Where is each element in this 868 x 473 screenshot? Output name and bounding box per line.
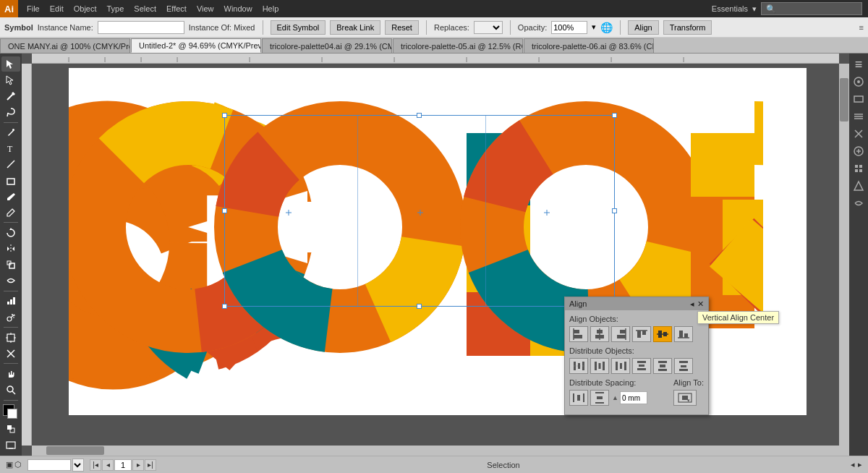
nav-first[interactable]: |◂ xyxy=(90,459,101,471)
distribute-horiz-space-button[interactable] xyxy=(569,390,588,406)
nav-buttons: |◂ ◂ ▸ ▸| xyxy=(90,459,156,471)
vscroll-thumb[interactable] xyxy=(840,78,848,122)
instance-name-label: Instance Name: xyxy=(38,23,93,32)
menu-window[interactable]: Window xyxy=(220,3,257,14)
panel-options-icon[interactable]: ≡ xyxy=(859,23,864,32)
menu-view[interactable]: View xyxy=(192,3,218,14)
fill-stroke-swatches[interactable] xyxy=(1,403,20,421)
tool-artboard[interactable] xyxy=(1,330,20,345)
workspace-selector[interactable]: Essentials xyxy=(712,4,748,13)
align-panel-header[interactable]: Align ◂ ✕ xyxy=(565,297,708,310)
align-right-button[interactable] xyxy=(611,326,630,342)
tool-graph[interactable] xyxy=(1,294,20,309)
panel-close[interactable]: ✕ xyxy=(697,299,704,309)
spacing-value-input[interactable] xyxy=(620,391,647,404)
transform-button[interactable]: Transform xyxy=(663,20,712,35)
opacity-input[interactable] xyxy=(551,21,587,34)
menu-file[interactable]: File xyxy=(22,3,44,14)
align-left-button[interactable] xyxy=(569,326,588,342)
status-icon-right-arrow[interactable]: ▸ xyxy=(858,460,862,469)
nav-prev[interactable]: ◂ xyxy=(102,459,114,471)
tool-screen-mode[interactable] xyxy=(1,438,20,453)
instance-name-input[interactable] xyxy=(98,21,184,34)
replaces-select[interactable] xyxy=(474,21,503,34)
tab-1[interactable]: Untitled-2* @ 94.69% (CMYK/Preview) ✕ xyxy=(131,38,261,53)
right-panel-icon-1[interactable] xyxy=(851,74,867,90)
menu-type[interactable]: Type xyxy=(103,3,129,14)
svg-rect-8 xyxy=(7,179,14,184)
zoom-select[interactable]: ▾ xyxy=(72,459,84,472)
nav-last[interactable]: ▸| xyxy=(145,459,156,471)
menu-object[interactable]: Object xyxy=(69,3,101,14)
status-icon-left-arrow[interactable]: ◂ xyxy=(851,460,855,469)
align-to-button[interactable]: ▾ xyxy=(673,390,697,406)
distribute-right-button[interactable] xyxy=(611,358,630,374)
edit-symbol-button[interactable]: Edit Symbol xyxy=(271,20,326,35)
menu-select[interactable]: Select xyxy=(129,3,161,14)
tool-color-mode[interactable] xyxy=(1,422,20,437)
align-center-vert-button[interactable]: Vertical Align Center xyxy=(653,326,672,342)
menu-edit[interactable]: Edit xyxy=(46,3,68,14)
workspace-dropdown-icon[interactable]: ▾ xyxy=(752,4,757,14)
align-top-button[interactable] xyxy=(632,326,651,342)
tool-scale[interactable] xyxy=(1,257,20,273)
tab-0[interactable]: ONE MANY.ai @ 100% (CMYK/Previ... ✕ xyxy=(0,38,130,53)
svg-rect-128 xyxy=(577,395,580,401)
tool-line[interactable] xyxy=(1,157,20,172)
panel-minimize[interactable]: ◂ xyxy=(690,299,694,309)
canvas-area[interactable]: ||| ||| ||| || xyxy=(22,54,849,456)
opacity-arrow[interactable]: ▾ xyxy=(592,22,596,32)
tool-reflect[interactable] xyxy=(1,241,20,256)
tool-magic-wand[interactable] xyxy=(1,88,20,103)
break-link-button[interactable]: Break Link xyxy=(330,20,380,35)
tool-selection[interactable] xyxy=(1,56,20,72)
tool-paintbrush[interactable] xyxy=(1,189,20,204)
tool-pencil[interactable] xyxy=(1,205,20,220)
tool-rotate[interactable] xyxy=(1,225,20,240)
tool-pen[interactable] xyxy=(1,125,20,140)
right-panel-toggle[interactable]: ≡ xyxy=(851,56,867,72)
menu-effect[interactable]: Effect xyxy=(162,3,191,14)
distribute-bottom-button[interactable] xyxy=(674,358,693,374)
zoom-input[interactable]: 94.69% xyxy=(27,459,71,471)
tool-warp[interactable] xyxy=(1,273,20,289)
hscroll-thumb[interactable] xyxy=(46,446,104,455)
right-panel-icon-3[interactable] xyxy=(851,108,867,124)
tool-zoom[interactable] xyxy=(1,383,20,398)
align-center-horiz-button[interactable] xyxy=(590,326,609,342)
svg-text:|: | xyxy=(104,56,106,62)
horizontal-scrollbar[interactable] xyxy=(32,446,839,456)
align-button[interactable]: Align xyxy=(628,20,658,35)
distribute-left-button[interactable] xyxy=(569,358,588,374)
right-panel-icon-6[interactable] xyxy=(851,161,867,176)
distribute-center-vert-button[interactable] xyxy=(653,358,672,374)
tab-3[interactable]: tricolore-palette-05.ai @ 12.5% (RGB/P..… xyxy=(393,38,523,53)
page-input[interactable] xyxy=(114,459,132,471)
distribute-top-button[interactable] xyxy=(632,358,651,374)
tool-slice[interactable] xyxy=(1,346,20,361)
tool-type[interactable]: T xyxy=(1,141,20,156)
distribute-vert-space-button[interactable] xyxy=(590,390,609,406)
distribute-objects-label: Distribute Objects: xyxy=(569,346,704,355)
tool-lasso[interactable] xyxy=(1,104,20,119)
tab-4[interactable]: tricolore-palette-06.ai @ 83.6% (CMYK/..… xyxy=(524,38,654,53)
right-panel-icon-7[interactable] xyxy=(851,178,867,194)
separator4 xyxy=(620,20,621,35)
distribute-center-horiz-button[interactable] xyxy=(590,358,609,374)
svg-point-21 xyxy=(14,315,15,316)
reset-button[interactable]: Reset xyxy=(385,20,419,35)
right-panel-icon-4[interactable] xyxy=(851,126,867,142)
right-panel-icon-2[interactable] xyxy=(851,91,867,107)
tab-2[interactable]: tricolore-palette04.ai @ 29.1% (CMYK/...… xyxy=(262,38,392,53)
tool-direct-selection[interactable] xyxy=(1,72,20,88)
right-panel-icon-5[interactable] xyxy=(851,143,867,159)
tool-rectangle[interactable] xyxy=(1,173,20,188)
search-input[interactable] xyxy=(761,2,862,15)
align-bottom-button[interactable] xyxy=(674,326,693,342)
vertical-scrollbar[interactable] xyxy=(839,64,849,456)
menu-help[interactable]: Help xyxy=(258,3,284,14)
tool-hand[interactable] xyxy=(1,366,20,381)
nav-next[interactable]: ▸ xyxy=(132,459,144,471)
tool-symbol-sprayer[interactable] xyxy=(1,310,20,325)
right-panel-icon-8[interactable] xyxy=(851,195,867,211)
